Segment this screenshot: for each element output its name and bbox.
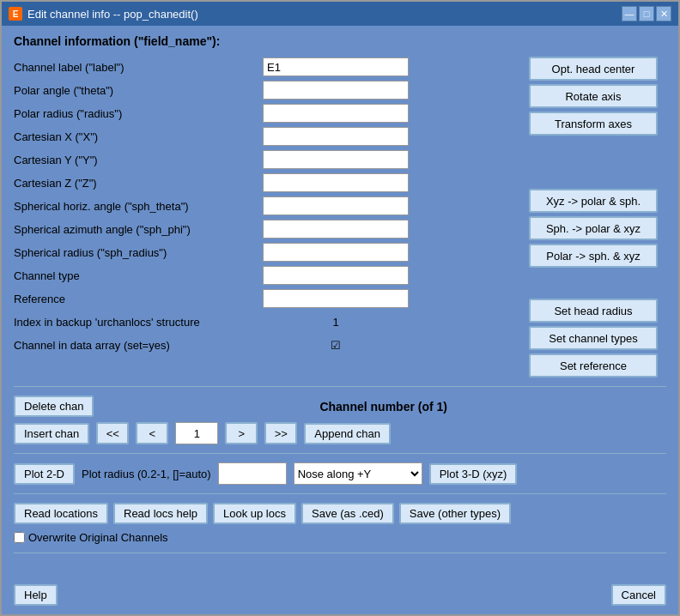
input-sph-phi[interactable] xyxy=(263,220,409,239)
form-area: Channel label ("label") Polar angle ("th… xyxy=(14,57,666,377)
value-index: 1 xyxy=(263,316,409,329)
input-y[interactable] xyxy=(263,150,409,169)
rotate-axis-button[interactable]: Rotate axis xyxy=(529,84,658,108)
help-button[interactable]: Help xyxy=(14,584,58,606)
form-row-theta: Polar angle ("theta") xyxy=(14,80,520,100)
next-button[interactable]: > xyxy=(225,422,258,444)
label-index: Index in backup 'urchanlocs' structure xyxy=(14,316,263,329)
minimize-button[interactable]: — xyxy=(622,6,637,21)
input-sph-radius[interactable] xyxy=(263,243,409,262)
right-group1: Opt. head center Rotate axis Transform a… xyxy=(529,57,666,136)
cancel-button[interactable]: Cancel xyxy=(611,584,666,606)
content-area: Channel information ("field_name"): Chan… xyxy=(2,26,678,614)
spacer2 xyxy=(529,271,666,295)
divider1 xyxy=(14,386,666,387)
prev-prev-button[interactable]: << xyxy=(96,422,129,444)
title-bar-left: E Edit channel info -- pop_chanedit() xyxy=(9,7,198,21)
form-right: Opt. head center Rotate axis Transform a… xyxy=(529,57,666,377)
divider4 xyxy=(14,553,666,553)
overwrite-checkbox[interactable] xyxy=(14,532,25,543)
input-reference[interactable] xyxy=(263,289,409,308)
input-sph-theta[interactable] xyxy=(263,196,409,215)
append-chan-button[interactable]: Append chan xyxy=(304,423,391,444)
title-bar: E Edit channel info -- pop_chanedit() — … xyxy=(2,2,678,26)
save-other-button[interactable]: Save (other types) xyxy=(399,503,511,524)
read-locations-button[interactable]: Read locations xyxy=(14,503,108,524)
read-locs-help-button[interactable]: Read locs help xyxy=(113,503,208,524)
value-channel-data: ☑ xyxy=(263,339,409,352)
label-channel-label: Channel label ("label") xyxy=(14,61,263,74)
prev-button[interactable]: < xyxy=(136,422,168,444)
nav-row1: Delete chan Channel number (of 1) xyxy=(14,396,666,417)
plot-3d-button[interactable]: Plot 3-D (xyz) xyxy=(429,463,518,485)
right-group2: Xyz -> polar & sph. Sph. -> polar & xyz … xyxy=(529,189,666,268)
plot-radius-label: Plot radius (0.2-1, []=auto) xyxy=(82,468,211,480)
spacer1 xyxy=(529,139,666,185)
footer-row: Help Cancel xyxy=(14,584,666,606)
label-x: Cartesian X ("X") xyxy=(14,130,263,143)
label-sph-phi: Spherical azimuth angle ("sph_phi") xyxy=(14,223,263,236)
polar-sph-button[interactable]: Polar -> sph. & xyz xyxy=(529,244,658,268)
main-window: E Edit channel info -- pop_chanedit() — … xyxy=(0,0,680,616)
form-row-radius: Polar radius ("radius") xyxy=(14,103,520,124)
label-sph-theta: Spherical horiz. angle ("sph_theta") xyxy=(14,200,263,213)
label-z: Cartesian Z ("Z") xyxy=(14,177,263,190)
nav-row2: Insert chan << < > >> Append chan xyxy=(14,422,666,444)
input-channel-label[interactable] xyxy=(263,57,409,76)
form-row-sph-radius: Spherical radius ("sph_radius") xyxy=(14,242,520,263)
set-head-radius-button[interactable]: Set head radius xyxy=(529,299,658,323)
next-next-button[interactable]: >> xyxy=(264,422,297,444)
input-channel-type[interactable] xyxy=(263,266,409,285)
set-channel-types-button[interactable]: Set channel types xyxy=(529,326,658,350)
look-up-locs-button[interactable]: Look up locs xyxy=(213,503,296,524)
plot-area: Plot 2-D Plot radius (0.2-1, []=auto) No… xyxy=(14,462,666,485)
sph-polar-button[interactable]: Sph. -> polar & xyz xyxy=(529,216,658,240)
form-row-y: Cartesian Y ("Y") xyxy=(14,149,520,170)
form-row-channel-type: Channel type xyxy=(14,265,520,286)
save-ced-button[interactable]: Save (as .ced) xyxy=(301,503,394,524)
label-channel-type: Channel type xyxy=(14,269,263,282)
input-x[interactable] xyxy=(263,127,409,146)
form-row-channel-data: Channel in data array (set=yes) ☑ xyxy=(14,335,520,355)
plot-2d-button[interactable]: Plot 2-D xyxy=(14,463,75,485)
divider2 xyxy=(14,453,666,454)
delete-chan-button[interactable]: Delete chan xyxy=(14,396,94,417)
bottom-btn-row: Read locations Read locs help Look up lo… xyxy=(14,503,666,524)
form-row-z: Cartesian Z ("Z") xyxy=(14,172,520,193)
app-icon: E xyxy=(9,7,22,21)
close-button[interactable]: ✕ xyxy=(656,6,671,21)
label-sph-radius: Spherical radius ("sph_radius") xyxy=(14,246,263,259)
input-z[interactable] xyxy=(263,173,409,192)
form-row-reference: Reference xyxy=(14,288,520,309)
maximize-button[interactable]: □ xyxy=(639,6,654,21)
form-row-label: Channel label ("label") xyxy=(14,57,520,77)
label-y: Cartesian Y ("Y") xyxy=(14,154,263,166)
channel-number-label: Channel number (of 1) xyxy=(100,400,666,414)
form-left: Channel label ("label") Polar angle ("th… xyxy=(14,57,520,377)
form-row-sph-phi: Spherical azimuth angle ("sph_phi") xyxy=(14,219,520,239)
window-title: Edit channel info -- pop_chanedit() xyxy=(27,8,198,21)
overwrite-row: Overwrite Original Channels xyxy=(14,531,666,544)
xyz-polar-button[interactable]: Xyz -> polar & sph. xyxy=(529,189,658,213)
label-channel-data: Channel in data array (set=yes) xyxy=(14,339,263,352)
insert-chan-button[interactable]: Insert chan xyxy=(14,423,89,444)
label-radius: Polar radius ("radius") xyxy=(14,107,263,120)
input-theta[interactable] xyxy=(263,81,409,100)
form-row-sph-theta: Spherical horiz. angle ("sph_theta") xyxy=(14,196,520,216)
plot-radius-input[interactable] xyxy=(218,462,287,485)
nose-select[interactable]: Nose along +Y Nose along +X Nose along -… xyxy=(294,462,422,485)
title-controls: — □ ✕ xyxy=(622,6,671,21)
section-title: Channel information ("field_name"): xyxy=(14,34,666,48)
transform-axes-button[interactable]: Transform axes xyxy=(529,112,658,136)
current-channel-input[interactable] xyxy=(175,422,218,444)
form-row-x: Cartesian X ("X") xyxy=(14,126,520,147)
label-reference: Reference xyxy=(14,293,263,305)
label-theta: Polar angle ("theta") xyxy=(14,84,263,97)
divider3 xyxy=(14,493,666,494)
right-group3: Set head radius Set channel types Set re… xyxy=(529,299,666,377)
input-radius[interactable] xyxy=(263,104,409,123)
overwrite-label: Overwrite Original Channels xyxy=(28,531,168,544)
opt-head-center-button[interactable]: Opt. head center xyxy=(529,57,658,81)
nav-area: Delete chan Channel number (of 1) Insert… xyxy=(14,396,666,444)
set-reference-button[interactable]: Set reference xyxy=(529,353,658,377)
